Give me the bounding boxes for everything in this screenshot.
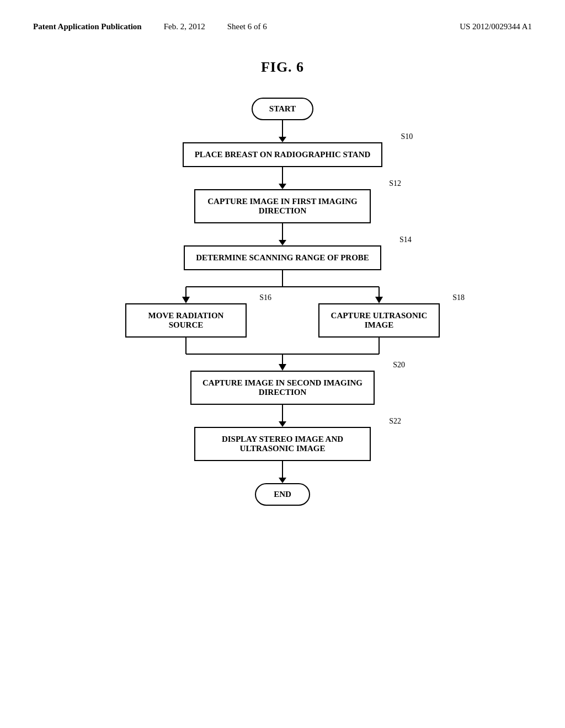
- header-title: Patent Application Publication: [33, 22, 142, 31]
- step-s20-wrapper: CAPTURE IMAGE IN SECOND IMAGINGDIRECTION…: [190, 371, 375, 405]
- step-s12-id: S12: [389, 179, 401, 188]
- step-s22-id: S22: [389, 417, 401, 426]
- step-s16-box: MOVE RADIATION SOURCE: [125, 303, 247, 338]
- step-s16-label: MOVE RADIATION SOURCE: [148, 311, 224, 329]
- end-box: END: [255, 483, 310, 506]
- parallel-right: S18 CAPTURE ULTRASONIC IMAGE: [282, 303, 476, 338]
- step-s10-box: PLACE BREAST ON RADIOGRAPHIC STAND: [183, 142, 383, 167]
- step-s14-box: DETERMINE SCANNING RANGE OF PROBE: [184, 245, 381, 270]
- step-s22-box: DISPLAY STEREO IMAGE ANDULTRASONIC IMAGE: [194, 427, 371, 461]
- parallel-section: S16 MOVE RADIATION SOURCE S18 CAPTURE UL…: [89, 303, 476, 338]
- arrow-s22-end: [279, 461, 286, 483]
- merge-svg: [89, 338, 476, 371]
- header-patent: US 2012/0029344 A1: [460, 22, 532, 31]
- step-s20-label: CAPTURE IMAGE IN SECOND IMAGINGDIRECTION: [202, 378, 363, 397]
- start-box: START: [252, 98, 313, 120]
- step-s20-id: S20: [393, 361, 405, 370]
- step-s12-box: CAPTURE IMAGE IN FIRST IMAGINGDIRECTION: [194, 189, 371, 223]
- step-s12-label: CAPTURE IMAGE IN FIRST IMAGINGDIRECTION: [207, 197, 357, 215]
- branch-svg: [89, 270, 476, 303]
- flowchart: START PLACE BREAST ON RADIOGRAPHIC STAND…: [0, 98, 565, 506]
- step-s22-label: DISPLAY STEREO IMAGE ANDULTRASONIC IMAGE: [222, 435, 343, 453]
- arrow-start-s10: [279, 120, 286, 142]
- step-s14-label: DETERMINE SCANNING RANGE OF PROBE: [196, 253, 369, 262]
- header-sheet: Sheet 6 of 6: [227, 22, 267, 31]
- parallel-left: S16 MOVE RADIATION SOURCE: [89, 303, 282, 338]
- arrow-s12-s14: [279, 223, 286, 245]
- arrow-s10-s12: [279, 167, 286, 189]
- svg-marker-3: [182, 297, 190, 303]
- end-node: END: [255, 483, 310, 506]
- header-date: Feb. 2, 2012: [164, 22, 205, 31]
- step-s12-wrapper: CAPTURE IMAGE IN FIRST IMAGINGDIRECTION …: [194, 189, 371, 223]
- svg-marker-10: [279, 364, 286, 371]
- start-node: START: [252, 98, 313, 120]
- step-s10-wrapper: PLACE BREAST ON RADIOGRAPHIC STAND S10: [183, 142, 383, 167]
- step-s22-wrapper: DISPLAY STEREO IMAGE ANDULTRASONIC IMAGE…: [194, 427, 371, 461]
- step-s16-id: S16: [259, 293, 271, 302]
- header: Patent Application Publication Feb. 2, 2…: [0, 0, 565, 31]
- step-s20-box: CAPTURE IMAGE IN SECOND IMAGINGDIRECTION: [190, 371, 375, 405]
- step-s14-wrapper: DETERMINE SCANNING RANGE OF PROBE S14: [184, 245, 381, 270]
- svg-marker-5: [375, 297, 383, 303]
- figure-label: FIG. 6: [0, 59, 565, 76]
- step-s18-label: CAPTURE ULTRASONIC IMAGE: [331, 311, 428, 329]
- step-s10-label: PLACE BREAST ON RADIOGRAPHIC STAND: [195, 150, 371, 159]
- page: Patent Application Publication Feb. 2, 2…: [0, 0, 565, 728]
- step-s10-id: S10: [401, 132, 413, 141]
- step-s14-id: S14: [399, 235, 412, 244]
- step-s18-box: CAPTURE ULTRASONIC IMAGE: [318, 303, 440, 338]
- step-s18-id: S18: [452, 293, 465, 302]
- arrow-s20-s22: [279, 405, 286, 427]
